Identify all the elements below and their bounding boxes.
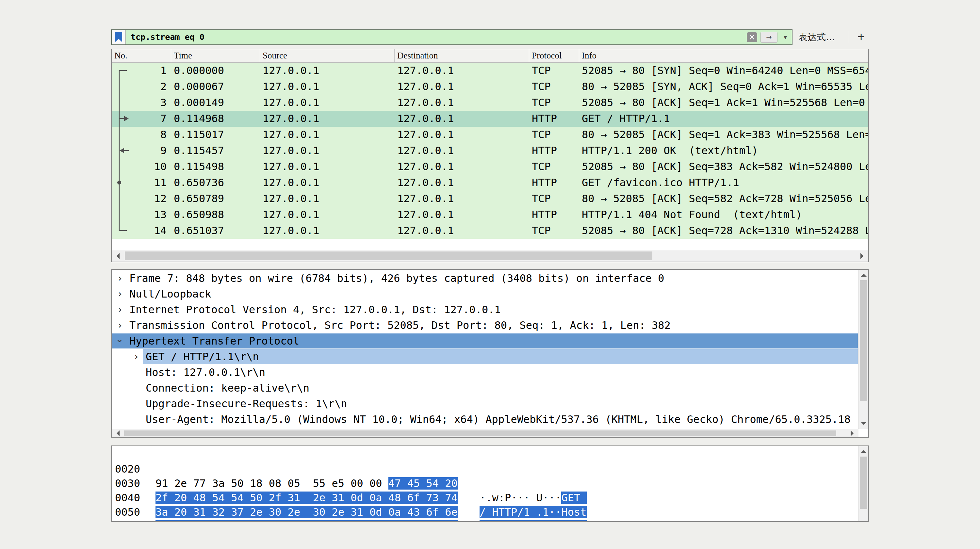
cell-source: 127.0.0.1 <box>260 159 395 175</box>
bookmark-icon <box>115 32 122 42</box>
scroll-up-button[interactable] <box>859 270 868 280</box>
expand-icon[interactable]: › <box>115 271 126 286</box>
detail-text: Transmission Control Protocol, Src Port:… <box>129 317 671 333</box>
column-header-info[interactable]: Info <box>579 49 868 62</box>
cell-protocol: TCP <box>529 127 579 143</box>
expression-button[interactable]: 表达式… <box>799 29 835 45</box>
filter-bookmark-button[interactable] <box>112 30 126 45</box>
display-filter-text: tcp.stream eq 0 <box>130 30 205 45</box>
detail-row-get-request[interactable]: › GET / HTTP/1.1\r\n <box>112 349 868 364</box>
detail-row-tcp[interactable]: › Transmission Control Protocol, Src Por… <box>112 317 868 333</box>
hex-row-0040[interactable]: 0040 3a 20 31 32 37 2e 30 2e 30 2e 31 0d… <box>112 476 858 490</box>
cell-time: 0.114968 <box>171 111 260 127</box>
packet-row-14[interactable]: 14 0.651037 127.0.0.1 127.0.0.1 TCP 5208… <box>112 223 868 239</box>
vscroll-thumb[interactable] <box>860 457 867 509</box>
packet-row-8[interactable]: 8 0.115017 127.0.0.1 127.0.0.1 TCP 80 → … <box>112 127 868 143</box>
cell-info: 80 → 52085 [SYN, ACK] Seq=0 Ack=1 Win=65… <box>579 79 868 95</box>
detail-row-connection[interactable]: Connection: keep-alive\r\n <box>112 380 868 396</box>
column-header-destination[interactable]: Destination <box>395 49 529 62</box>
hscroll-thumb[interactable] <box>124 430 836 436</box>
expand-icon[interactable]: › <box>115 317 126 333</box>
packet-row-3[interactable]: 3 0.000149 127.0.0.1 127.0.0.1 TCP 52085… <box>112 95 868 111</box>
detail-row-ipv4[interactable]: › Internet Protocol Version 4, Src: 127.… <box>112 302 868 317</box>
filter-bar: tcp.stream eq 0 × → ▾ 表达式… + <box>111 29 869 45</box>
scroll-left-button[interactable] <box>112 429 124 437</box>
cell-destination: 127.0.0.1 <box>395 127 529 143</box>
filter-dropdown-icon[interactable]: ▾ <box>780 32 791 43</box>
packet-detail-pane: › Frame 7: 848 bytes on wire (6784 bits)… <box>111 269 869 438</box>
packet-row-10[interactable]: 10 0.115498 127.0.0.1 127.0.0.1 TCP 5208… <box>112 159 868 175</box>
vscroll-thumb[interactable] <box>860 280 867 401</box>
packet-row-13[interactable]: 13 0.650988 127.0.0.1 127.0.0.1 HTTP HTT… <box>112 207 868 223</box>
cell-info: 52085 → 80 [SYN] Seq=0 Win=64240 Len=0 M… <box>579 63 868 79</box>
display-filter-input[interactable]: tcp.stream eq 0 × → ▾ <box>111 29 792 45</box>
collapse-icon[interactable]: › <box>112 336 128 347</box>
hex-row-0060[interactable]: 0060 69 76 65 0d 0a 55 70 67 72 61 64 65… <box>112 505 858 519</box>
cell-no: 8 <box>112 127 171 143</box>
expand-icon[interactable]: › <box>115 286 126 302</box>
hex-row-0050[interactable]: 0050 6e 65 63 74 69 6f 6e 3a 20 6b 65 65… <box>112 490 858 505</box>
hex-row-0020[interactable]: 0020 91 2e 77 3a 50 18 08 05 55 e5 00 00… <box>112 447 858 462</box>
detail-text: Host: 127.0.0.1\r\n <box>146 364 265 380</box>
packet-rows: 1 0.000000 127.0.0.1 127.0.0.1 TCP 52085… <box>112 63 868 239</box>
cell-source: 127.0.0.1 <box>260 127 395 143</box>
cell-destination: 127.0.0.1 <box>395 207 529 223</box>
cell-source: 127.0.0.1 <box>260 143 395 159</box>
cell-time: 0.115498 <box>171 159 260 175</box>
cell-destination: 127.0.0.1 <box>395 175 529 191</box>
detail-row-frame[interactable]: › Frame 7: 848 bytes on wire (6784 bits)… <box>112 271 868 286</box>
hex-row-0030[interactable]: 0030 2f 20 48 54 54 50 2f 31 2e 31 0d 0a… <box>112 462 858 476</box>
cell-info: 52085 → 80 [ACK] Seq=383 Ack=582 Win=524… <box>579 159 868 175</box>
detail-rows: › Frame 7: 848 bytes on wire (6784 bits)… <box>112 271 868 427</box>
cell-protocol: TCP <box>529 191 579 207</box>
add-filter-button[interactable]: + <box>854 29 868 45</box>
packet-list-hscrollbar[interactable] <box>112 250 868 262</box>
cell-protocol: TCP <box>529 79 579 95</box>
detail-row-host[interactable]: Host: 127.0.0.1\r\n <box>112 364 868 380</box>
scroll-left-button[interactable] <box>112 250 124 262</box>
column-header-protocol[interactable]: Protocol <box>529 49 579 62</box>
detail-hscrollbar[interactable] <box>112 429 859 437</box>
detail-row-user-agent[interactable]: User-Agent: Mozilla/5.0 (Windows NT 10.0… <box>112 412 868 427</box>
cell-destination: 127.0.0.1 <box>395 63 529 79</box>
detail-vscrollbar[interactable] <box>859 270 868 429</box>
ascii-bytes: : 127.0. 0.1··Con <box>480 519 587 522</box>
cell-destination: 127.0.0.1 <box>395 191 529 207</box>
scroll-right-button[interactable] <box>856 250 868 262</box>
hex-vscrollbar[interactable] <box>859 446 868 521</box>
detail-row-http-selected[interactable]: › Hypertext Transfer Protocol <box>112 333 868 349</box>
cell-destination: 127.0.0.1 <box>395 95 529 111</box>
expand-icon[interactable]: › <box>115 302 126 317</box>
packet-row-11[interactable]: 11 0.650736 127.0.0.1 127.0.0.1 HTTP GET… <box>112 175 868 191</box>
column-header-source[interactable]: Source <box>260 49 395 62</box>
column-header-time[interactable]: Time <box>171 49 260 62</box>
hscroll-thumb[interactable] <box>125 251 652 260</box>
scroll-down-button[interactable] <box>859 419 868 429</box>
filter-clear-button[interactable]: × <box>747 32 757 42</box>
expand-icon[interactable]: › <box>130 349 142 364</box>
filter-apply-button[interactable]: → <box>760 32 778 43</box>
scroll-up-button[interactable] <box>859 446 868 456</box>
cell-no: 13 <box>112 207 171 223</box>
hex-offset: 0060 <box>115 519 140 522</box>
packet-row-1[interactable]: 1 0.000000 127.0.0.1 127.0.0.1 TCP 52085… <box>112 63 868 79</box>
packet-row-9[interactable]: 9 0.115457 127.0.0.1 127.0.0.1 HTTP HTTP… <box>112 143 868 159</box>
column-header-no[interactable]: No. <box>112 49 171 62</box>
packet-row-7-selected[interactable]: 7 0.114968 127.0.0.1 127.0.0.1 HTTP GET … <box>112 111 868 127</box>
detail-text: Hypertext Transfer Protocol <box>129 333 299 349</box>
packet-row-12[interactable]: 12 0.650789 127.0.0.1 127.0.0.1 TCP 80 →… <box>112 191 868 207</box>
hex-bytes-selected: 6e 65 63 74 69 6f 6e 3a 20 6b 65 65 70 2… <box>156 520 458 522</box>
cell-protocol: HTTP <box>529 143 579 159</box>
cell-source: 127.0.0.1 <box>260 63 395 79</box>
cell-protocol: HTTP <box>529 207 579 223</box>
wireshark-window: tcp.stream eq 0 × → ▾ 表达式… + No. Time So… <box>0 0 980 549</box>
cell-no: 11 <box>112 175 171 191</box>
hex-bytes: 6e 65 63 74 69 6f 6e 3a 20 6b 65 65 70 2… <box>156 519 458 522</box>
detail-text: Null/Loopback <box>129 286 211 302</box>
cell-info: 80 → 52085 [ACK] Seq=582 Ack=728 Win=525… <box>579 191 868 207</box>
packet-row-2[interactable]: 2 0.000067 127.0.0.1 127.0.0.1 TCP 80 → … <box>112 79 868 95</box>
detail-row-upgrade-insecure[interactable]: Upgrade-Insecure-Requests: 1\r\n <box>112 396 868 412</box>
scroll-right-button[interactable] <box>847 429 859 437</box>
detail-row-null-loopback[interactable]: › Null/Loopback <box>112 286 868 302</box>
cell-no: 1 <box>112 63 171 79</box>
